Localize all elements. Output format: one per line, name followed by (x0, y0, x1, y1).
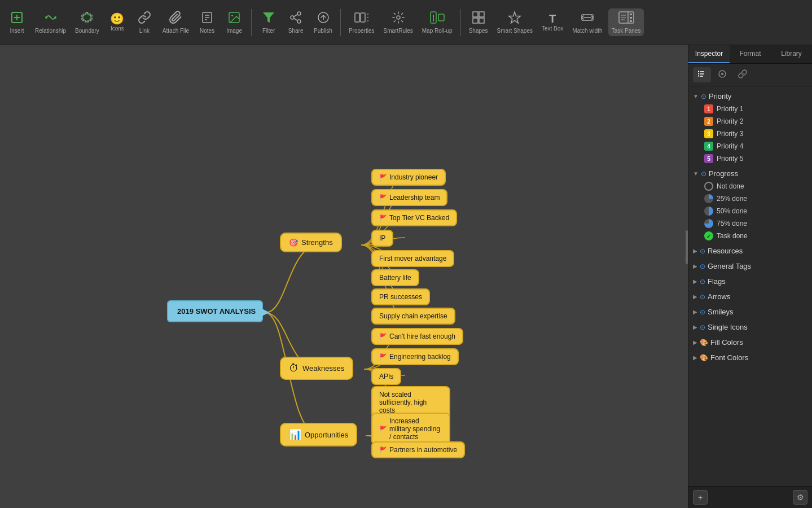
toolbar-text-box[interactable]: T Text Box (538, 11, 567, 34)
leaf-supply[interactable]: Supply chain expertise (371, 308, 455, 325)
properties-label: Properties (349, 28, 375, 34)
progress-done[interactable]: ✓ Task done (688, 230, 812, 242)
branch-weaknesses[interactable]: ⏱ Weaknesses (280, 357, 353, 380)
group-priority-header[interactable]: ▼ ⊙ Priority (688, 90, 812, 103)
root-arrow: ▶ (262, 306, 269, 317)
toolbar-filter[interactable]: Filter (256, 8, 281, 36)
progress-not-done[interactable]: Not done (688, 180, 812, 192)
leaf-label: Supply chain expertise (379, 312, 447, 320)
icons-label: Icons (111, 25, 124, 32)
group-flags-header[interactable]: ▶ ⊙ Flags (688, 275, 812, 288)
toolbar-image[interactable]: Image (222, 8, 247, 36)
leaf-apis[interactable]: APIs (371, 368, 401, 385)
priority-4-badge: 4 (704, 142, 713, 151)
svg-rect-42 (698, 71, 699, 72)
toolbar-share[interactable]: Share (283, 8, 308, 36)
branch-opportunities[interactable]: 📊 Opportunities (280, 423, 357, 446)
task-panes-icon (618, 11, 635, 27)
settings-button[interactable]: ⚙ (793, 490, 807, 505)
resources-group-icon: ⊙ (700, 247, 705, 255)
25done-label: 25% done (717, 195, 747, 203)
group-font-colors-header[interactable]: ▶ 🎨 Font Colors (688, 351, 812, 364)
progress-25[interactable]: 25% done (688, 192, 812, 205)
tab-format[interactable]: Format (730, 45, 771, 63)
leaf-military[interactable]: 🚩 Increased military spending / contacts (371, 413, 450, 445)
canvas[interactable]: 2019 SWOT ANALYSIS ▶ 🎯 Strengths 🚩 Indus… (0, 45, 688, 508)
group-resources-header[interactable]: ▶ ⊙ Resources (688, 244, 812, 257)
smartrules-icon (392, 11, 405, 27)
toolbar-link[interactable]: Link (132, 8, 157, 36)
opportunities-icon: 📊 (289, 428, 301, 441)
progress-75[interactable]: 75% done (688, 217, 812, 230)
group-general-tags-header[interactable]: ▶ ⊙ General Tags (688, 260, 812, 273)
toolbar-notes[interactable]: Notes (195, 8, 220, 36)
node-root[interactable]: 2019 SWOT ANALYSIS ▶ (167, 300, 263, 322)
leaf-battery[interactable]: Battery life (371, 269, 419, 286)
tab-inspector[interactable]: Inspector (688, 45, 730, 63)
toolbar-icons[interactable]: 🙂 Icons (105, 11, 130, 34)
group-smileys-header[interactable]: ▶ ⊙ Smileys (688, 305, 812, 318)
toolbar-properties[interactable]: Properties (345, 8, 378, 36)
right-panel: Inspector Format Library (688, 45, 812, 508)
toolbar-task-panes[interactable]: Task Panes (608, 8, 644, 36)
task-panes-label: Task Panes (612, 28, 641, 34)
priority-2-item[interactable]: 2 Priority 2 (688, 115, 812, 128)
toolbar-smartrules[interactable]: SmartRules (380, 8, 416, 36)
chevron-right-icon: ▶ (693, 354, 697, 361)
svg-rect-36 (630, 14, 632, 15)
toolbar-shapes[interactable]: Shapes (466, 8, 491, 36)
subtab-circle[interactable] (713, 67, 731, 82)
leaf-ip[interactable]: IP (371, 230, 393, 247)
toolbar-boundary[interactable]: Boundary (72, 8, 103, 36)
leaf-label: First mover advantage (379, 255, 446, 262)
svg-rect-17 (355, 13, 359, 22)
relationship-label: Relationship (35, 28, 66, 34)
leaf-partners[interactable]: 🚩 Partners in automotive (371, 441, 465, 458)
progress-group-icon: ⊙ (701, 170, 706, 178)
svg-point-22 (397, 16, 400, 19)
chevron-right-icon: ▶ (693, 324, 697, 330)
priority-1-badge: 1 (704, 104, 713, 113)
priority-group-icon: ⊙ (701, 93, 706, 100)
toolbar-insert[interactable]: Insert (5, 8, 29, 36)
priority-3-label: Priority 3 (717, 130, 743, 138)
add-button[interactable]: + (693, 490, 708, 505)
priority-1-item[interactable]: 1 Priority 1 (688, 103, 812, 115)
leaf-leadership-team[interactable]: 🚩 Leadership team (371, 189, 447, 206)
leaf-label: Top Tier VC Backed (389, 214, 449, 222)
leaf-engineering[interactable]: 🚩 Engineering backlog (371, 348, 459, 365)
single-icons-group-label: Single Icons (708, 323, 807, 331)
toolbar-publish[interactable]: Publish (310, 8, 336, 36)
leaf-pr[interactable]: PR successes (371, 288, 430, 305)
scroll-handle[interactable] (686, 230, 688, 264)
leaf-first-mover[interactable]: First mover advantage (371, 250, 454, 267)
leaf-top-tier[interactable]: 🚩 Top Tier VC Backed (371, 209, 457, 226)
smartrules-label: SmartRules (384, 28, 413, 34)
toolbar-maprollup[interactable]: Map Roll-up (419, 8, 456, 36)
priority-3-item[interactable]: 3 Priority 3 (688, 128, 812, 140)
leaf-industry-pioneer[interactable]: 🚩 Industry pioneer (371, 169, 446, 186)
subtab-list[interactable] (693, 67, 711, 82)
match-width-label: Match width (572, 28, 602, 34)
properties-icon (354, 11, 370, 27)
priority-4-item[interactable]: 4 Priority 4 (688, 140, 812, 152)
progress-50[interactable]: 50% done (688, 205, 812, 217)
leaf-hire[interactable]: 🚩 Can't hire fast enough (371, 328, 463, 345)
group-progress-header[interactable]: ▼ ⊙ Progress (688, 167, 812, 180)
subtab-link[interactable] (734, 67, 752, 82)
relationship-icon (44, 11, 58, 27)
group-progress: ▼ ⊙ Progress Not done 25% done 50% done (688, 166, 812, 243)
chevron-right-icon: ▶ (693, 339, 697, 345)
branch-strengths[interactable]: 🎯 Strengths (280, 233, 342, 252)
toolbar-smart-shapes[interactable]: Smart Shapes (494, 8, 536, 36)
flag-red-icon: 🚩 (379, 333, 387, 340)
toolbar-relationship[interactable]: Relationship (32, 8, 69, 36)
group-single-icons-header[interactable]: ▶ ⊙ Single Icons (688, 321, 812, 334)
tab-library[interactable]: Library (771, 45, 812, 63)
resources-group-label: Resources (708, 247, 807, 255)
group-arrows-header[interactable]: ▶ ⊙ Arrows (688, 290, 812, 303)
toolbar-attach-file[interactable]: Attach File (159, 8, 192, 36)
toolbar-match-width[interactable]: Match width (569, 8, 605, 36)
group-fill-colors-header[interactable]: ▶ 🎨 Fill Colors (688, 336, 812, 349)
priority-5-item[interactable]: 5 Priority 5 (688, 152, 812, 165)
